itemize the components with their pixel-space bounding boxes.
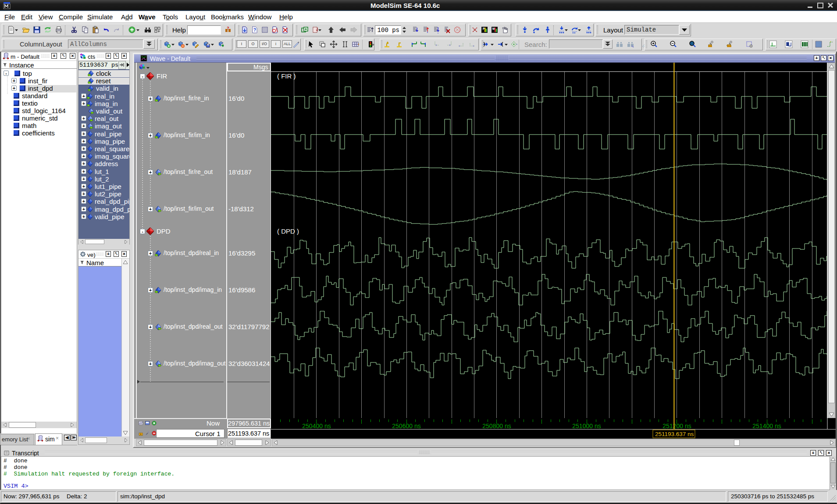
svg-text:( DPD ): ( DPD ) <box>277 227 299 235</box>
svg-text:( FIR ): ( FIR ) <box>277 72 296 80</box>
svg-text:251000 ns: 251000 ns <box>572 422 601 429</box>
svg-text:?: ? <box>227 26 229 30</box>
svg-text:251193.637 ns: 251193.637 ns <box>655 431 694 437</box>
svg-text:250800 ns: 250800 ns <box>482 422 511 429</box>
svg-text:?: ? <box>253 28 256 32</box>
svg-text:251200 ns: 251200 ns <box>662 422 691 429</box>
svg-text:250600 ns: 250600 ns <box>392 422 420 429</box>
svg-text:251400 ns: 251400 ns <box>752 422 781 429</box>
svg-text:250400 ns: 250400 ns <box>302 422 331 429</box>
